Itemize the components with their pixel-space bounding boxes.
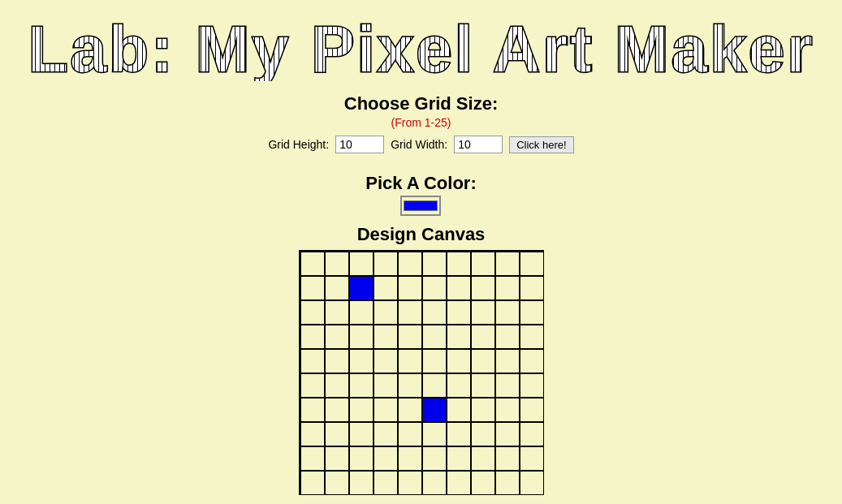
pixel-cell[interactable] — [374, 471, 398, 495]
pixel-cell[interactable] — [422, 300, 447, 325]
pixel-cell[interactable] — [520, 373, 544, 398]
pixel-cell[interactable] — [398, 398, 422, 422]
pixel-cell[interactable] — [374, 446, 398, 471]
pixel-cell[interactable] — [325, 422, 349, 446]
pixel-cell[interactable] — [300, 446, 325, 471]
pixel-cell[interactable] — [422, 471, 447, 495]
pixel-cell[interactable] — [300, 300, 325, 325]
pixel-cell[interactable] — [398, 446, 422, 471]
pixel-cell[interactable] — [520, 252, 544, 276]
pixel-cell[interactable] — [471, 446, 495, 471]
pixel-cell[interactable] — [471, 252, 495, 276]
pixel-cell[interactable] — [325, 471, 349, 495]
pixel-cell[interactable] — [374, 398, 398, 422]
pixel-cell[interactable] — [398, 349, 422, 373]
color-picker-input[interactable] — [400, 196, 441, 216]
pixel-cell[interactable] — [325, 276, 349, 300]
pixel-cell[interactable] — [471, 325, 495, 349]
pixel-cell[interactable] — [495, 276, 520, 300]
pixel-cell[interactable] — [422, 446, 447, 471]
pixel-cell[interactable] — [422, 252, 447, 276]
pixel-cell[interactable] — [325, 252, 349, 276]
pixel-cell[interactable] — [349, 349, 374, 373]
pixel-cell[interactable] — [495, 349, 520, 373]
pixel-cell[interactable] — [495, 300, 520, 325]
pixel-cell[interactable] — [300, 276, 325, 300]
pixel-cell[interactable] — [471, 300, 495, 325]
pixel-cell[interactable] — [398, 471, 422, 495]
pixel-cell[interactable] — [447, 300, 471, 325]
pixel-cell[interactable] — [374, 325, 398, 349]
pixel-cell[interactable] — [325, 373, 349, 398]
pixel-cell[interactable] — [349, 325, 374, 349]
pixel-cell[interactable] — [495, 422, 520, 446]
pixel-cell[interactable] — [422, 373, 447, 398]
pixel-cell[interactable] — [300, 349, 325, 373]
pixel-cell[interactable] — [398, 325, 422, 349]
pixel-cell[interactable] — [471, 349, 495, 373]
pixel-cell[interactable] — [495, 373, 520, 398]
pixel-cell[interactable] — [300, 325, 325, 349]
pixel-cell[interactable] — [398, 276, 422, 300]
pixel-cell[interactable] — [520, 276, 544, 300]
click-here-button[interactable]: Click here! — [509, 136, 573, 153]
pixel-cell[interactable] — [447, 471, 471, 495]
pixel-cell[interactable] — [349, 398, 374, 422]
pixel-cell[interactable] — [471, 276, 495, 300]
pixel-cell[interactable] — [300, 471, 325, 495]
grid-height-input[interactable] — [335, 136, 384, 153]
pixel-cell[interactable] — [349, 276, 374, 300]
pixel-cell[interactable] — [325, 325, 349, 349]
pixel-cell[interactable] — [422, 325, 447, 349]
pixel-cell[interactable] — [471, 422, 495, 446]
pixel-cell[interactable] — [447, 398, 471, 422]
pixel-cell[interactable] — [374, 349, 398, 373]
pixel-cell[interactable] — [325, 300, 349, 325]
pixel-cell[interactable] — [471, 398, 495, 422]
pixel-cell[interactable] — [349, 471, 374, 495]
pixel-cell[interactable] — [374, 276, 398, 300]
pixel-cell[interactable] — [349, 422, 374, 446]
pixel-cell[interactable] — [447, 422, 471, 446]
grid-width-input[interactable] — [454, 136, 503, 153]
pixel-cell[interactable] — [495, 252, 520, 276]
pixel-cell[interactable] — [374, 373, 398, 398]
pixel-cell[interactable] — [495, 446, 520, 471]
pixel-cell[interactable] — [520, 446, 544, 471]
pixel-cell[interactable] — [495, 325, 520, 349]
pixel-cell[interactable] — [349, 446, 374, 471]
pixel-cell[interactable] — [471, 373, 495, 398]
pixel-cell[interactable] — [495, 398, 520, 422]
pixel-cell[interactable] — [520, 349, 544, 373]
pixel-cell[interactable] — [398, 422, 422, 446]
pixel-cell[interactable] — [398, 373, 422, 398]
pixel-cell[interactable] — [422, 398, 447, 422]
pixel-cell[interactable] — [325, 446, 349, 471]
pixel-cell[interactable] — [349, 373, 374, 398]
pixel-cell[interactable] — [300, 373, 325, 398]
pixel-cell[interactable] — [520, 325, 544, 349]
pixel-cell[interactable] — [300, 398, 325, 422]
pixel-cell[interactable] — [447, 252, 471, 276]
pixel-cell[interactable] — [447, 349, 471, 373]
pixel-cell[interactable] — [349, 300, 374, 325]
pixel-cell[interactable] — [520, 300, 544, 325]
pixel-cell[interactable] — [520, 422, 544, 446]
pixel-cell[interactable] — [520, 398, 544, 422]
pixel-cell[interactable] — [374, 252, 398, 276]
pixel-cell[interactable] — [447, 446, 471, 471]
pixel-cell[interactable] — [471, 471, 495, 495]
pixel-cell[interactable] — [447, 373, 471, 398]
pixel-cell[interactable] — [300, 422, 325, 446]
pixel-cell[interactable] — [374, 422, 398, 446]
pixel-cell[interactable] — [495, 471, 520, 495]
pixel-cell[interactable] — [447, 325, 471, 349]
pixel-cell[interactable] — [300, 252, 325, 276]
pixel-cell[interactable] — [520, 471, 544, 495]
pixel-cell[interactable] — [422, 276, 447, 300]
pixel-cell[interactable] — [325, 398, 349, 422]
pixel-cell[interactable] — [325, 349, 349, 373]
pixel-cell[interactable] — [374, 300, 398, 325]
pixel-cell[interactable] — [422, 349, 447, 373]
pixel-cell[interactable] — [398, 300, 422, 325]
